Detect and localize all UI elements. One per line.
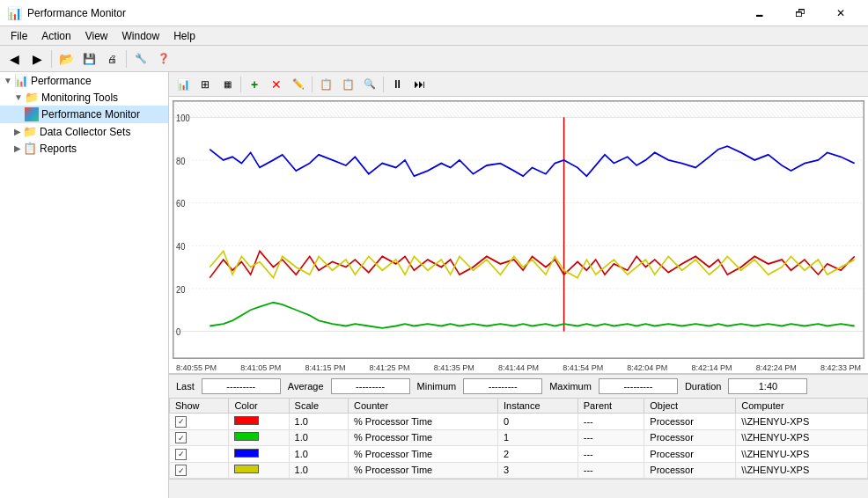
cell-object: Processor: [644, 429, 736, 446]
sidebar-label-performance: Performance: [31, 75, 92, 87]
monitor-toolbar: 📊 ⊞ ▦ + ✕ ✏️ 📋 📋 🔍 ⏸ ⏭: [169, 72, 868, 97]
properties-button[interactable]: 🔧: [130, 48, 151, 70]
show-checkbox[interactable]: ✓: [175, 449, 187, 460]
table-row[interactable]: ✓ 1.0 % Processor Time 3 --- Processor \…: [170, 462, 868, 479]
menu-view[interactable]: View: [78, 28, 115, 44]
col-instance: Instance: [497, 399, 577, 414]
delete-counter-button[interactable]: ✕: [266, 75, 287, 94]
col-computer: Computer: [736, 399, 868, 414]
minimum-value: ---------: [463, 378, 542, 394]
table-row[interactable]: ✓ 1.0 % Processor Time 2 --- Processor \…: [170, 446, 868, 463]
cell-parent: ---: [577, 462, 644, 479]
minimize-button[interactable]: 🗕: [739, 0, 780, 26]
last-value: ---------: [202, 378, 281, 394]
show-checkbox[interactable]: ✓: [175, 465, 187, 476]
duration-value: 1:40: [728, 378, 807, 394]
copy-button[interactable]: 📋: [315, 75, 336, 94]
svg-text:100: 100: [176, 113, 190, 123]
sidebar-item-performance[interactable]: ▼ 📊 Performance: [0, 72, 168, 89]
cell-parent: ---: [577, 446, 644, 463]
content-area: 📊 ⊞ ▦ + ✕ ✏️ 📋 📋 🔍 ⏸ ⏭: [169, 72, 868, 498]
sidebar-item-data-collector-sets[interactable]: ▶ 📁 Data Collector Sets: [0, 123, 168, 140]
expand-icon-dcs: ▶: [14, 127, 21, 136]
col-counter: Counter: [348, 399, 497, 414]
svg-rect-1: [173, 101, 864, 117]
cell-instance: 0: [497, 414, 577, 430]
perf-icon: 📊: [14, 74, 28, 87]
color-swatch: [234, 449, 259, 458]
zoom-button[interactable]: 🔍: [359, 75, 380, 94]
expand-icon-monitoring: ▼: [14, 92, 23, 102]
cell-computer: \\ZHENYU-XPS: [736, 462, 868, 479]
update-button[interactable]: ⏭: [408, 75, 430, 94]
cell-parent: ---: [577, 414, 644, 430]
back-button[interactable]: ◀: [4, 48, 25, 70]
menu-window[interactable]: Window: [115, 28, 167, 44]
show-checkbox[interactable]: ✓: [175, 416, 187, 428]
table-row[interactable]: ✓ 1.0 % Processor Time 0 --- Processor \…: [170, 414, 868, 430]
help-button[interactable]: ❓: [153, 48, 174, 70]
save-button[interactable]: 💾: [78, 48, 99, 70]
menu-help[interactable]: Help: [166, 28, 202, 44]
close-button[interactable]: ✕: [820, 0, 861, 26]
average-label: Average: [288, 381, 324, 392]
sidebar-item-reports[interactable]: ▶ 📋 Reports: [0, 140, 168, 157]
menu-bar: File Action View Window Help: [0, 26, 868, 46]
col-scale: Scale: [289, 399, 348, 414]
sidebar-item-performance-monitor[interactable]: Performance Monitor: [0, 106, 168, 123]
paste-button[interactable]: 📋: [337, 75, 358, 94]
cell-scale: 1.0: [289, 462, 348, 479]
svg-text:80: 80: [176, 156, 186, 166]
sidebar-label-monitoring-tools: Monitoring Tools: [41, 92, 118, 104]
sidebar-label-performance-monitor: Performance Monitor: [41, 108, 140, 121]
sidebar-item-monitoring-tools[interactable]: ▼ 📁 Monitoring Tools: [0, 89, 168, 106]
show-checkbox[interactable]: ✓: [175, 432, 187, 443]
highlight-button[interactable]: ✏️: [288, 75, 309, 94]
last-label: Last: [176, 381, 195, 392]
main-toolbar: ◀ ▶ 📂 💾 🖨 🔧 ❓: [0, 46, 868, 72]
app-icon: 📊: [7, 6, 22, 20]
cell-show: ✓: [170, 414, 229, 430]
cell-show: ✓: [170, 446, 229, 463]
freeze-button[interactable]: ⏸: [386, 75, 408, 94]
add-counter-button[interactable]: +: [244, 75, 265, 94]
menu-file[interactable]: File: [4, 28, 34, 44]
cell-instance: 3: [497, 462, 577, 479]
maximize-button[interactable]: 🗗: [780, 0, 820, 26]
view-graph-button[interactable]: 📊: [173, 75, 194, 94]
cell-counter: % Processor Time: [348, 414, 497, 430]
cell-parent: ---: [577, 429, 644, 446]
forward-button[interactable]: ▶: [26, 48, 48, 70]
cell-instance: 2: [497, 446, 577, 463]
duration-label: Duration: [685, 381, 722, 392]
col-color: Color: [229, 399, 289, 414]
svg-rect-15: [173, 101, 864, 358]
cell-instance: 1: [497, 429, 577, 446]
cell-scale: 1.0: [289, 429, 348, 446]
color-swatch: [234, 432, 259, 441]
print-button[interactable]: 🖨: [101, 48, 122, 70]
cell-computer: \\ZHENYU-XPS: [736, 429, 868, 446]
cell-counter: % Processor Time: [348, 429, 497, 446]
status-bar: [169, 479, 868, 498]
view-report-button[interactable]: ▦: [217, 75, 238, 94]
counter-table-wrapper: Show Color Scale Counter Instance Parent…: [169, 398, 868, 479]
sidebar-label-dcs: Data Collector Sets: [40, 126, 130, 138]
cell-color: [229, 414, 289, 430]
title-bar: 📊 Performance Monitor 🗕 🗗 ✕: [0, 0, 868, 26]
color-swatch: [234, 416, 259, 425]
cell-color: [229, 446, 289, 463]
open-button[interactable]: 📂: [55, 48, 77, 70]
view-histogram-button[interactable]: ⊞: [195, 75, 216, 94]
toolbar-sep-1: [51, 50, 52, 68]
window-controls: 🗕 🗗 ✕: [739, 0, 861, 26]
perfmon-icon: [25, 107, 39, 121]
expand-icon: ▼: [4, 76, 12, 85]
menu-action[interactable]: Action: [34, 28, 77, 44]
cell-show: ✓: [170, 429, 229, 446]
counter-table: Show Color Scale Counter Instance Parent…: [169, 398, 868, 479]
table-row[interactable]: ✓ 1.0 % Processor Time 1 --- Processor \…: [170, 429, 868, 446]
sidebar-label-reports: Reports: [40, 143, 77, 155]
cell-object: Processor: [644, 446, 736, 463]
maximum-value: ---------: [599, 378, 678, 394]
